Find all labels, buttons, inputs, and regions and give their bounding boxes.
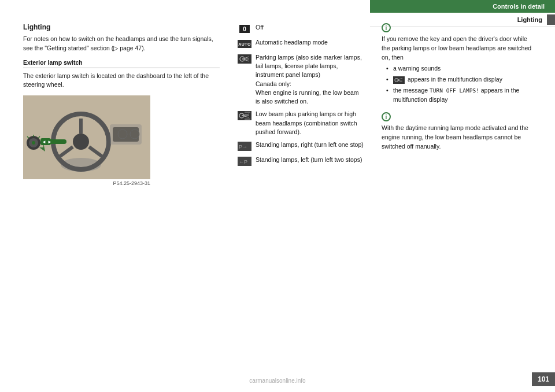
svg-point-13 [32,141,35,145]
icon-auto-box: AUTO [238,40,251,48]
icon-off: 0 [237,24,252,34]
controls-in-detail-label: Controls in detail [493,3,545,10]
bullet-turn-off-lamps: the message TURN OFF LAMPS! appears in t… [386,86,532,105]
main-content: Lighting For notes on how to switch on t… [23,23,532,369]
list-item: Parking lamps (also side marker lamps, t… [237,53,364,106]
svg-text:◄: ◄ [42,139,46,145]
list-item: ←P Standing lamps, left (turn left two s… [237,156,364,167]
icon-auto: AUTO [237,39,252,49]
exterior-lamp-desc: The exterior lamp switch is located on t… [23,72,220,90]
list-item: 0 Off [237,23,364,34]
info-intro-text: If you remove the key and open the drive… [382,35,532,62]
info-box-2: i With the daytime running lamp mode act… [382,112,532,151]
icon-low-beam [237,110,252,121]
page-container: Controls in detail Lighting Lighting For… [0,0,555,392]
icon-zero-box: 0 [239,25,250,33]
desc-parking: Parking lamps (also side marker lamps, t… [256,53,364,106]
bullet-warning-sounds: a warning sounds [386,64,532,73]
desc-standing-right: Standing lamps, right (turn left one sto… [256,140,364,149]
svg-text:P→: P→ [239,144,247,150]
section-title: Lighting [23,23,220,31]
icon-standing-left: ←P [237,156,252,167]
svg-point-3 [73,134,89,150]
list-item: Low beam plus parking lamps or high beam… [237,110,364,136]
info-icon-2: i [382,112,391,121]
svg-text:►: ► [47,139,52,145]
desc-lowbeam: Low beam plus parking lamps or high beam… [256,110,364,136]
middle-column: 0 Off AUTO Automatic headlamp mode [237,23,364,369]
desc-off: Off [256,23,364,32]
info-box2-text: With the daytime running lamp mode activ… [382,124,532,151]
exterior-lamp-switch-title: Exterior lamp switch [23,59,220,68]
controls-in-detail-bar: Controls in detail [370,0,555,13]
desc-standing-left: Standing lamps, left (turn left two stop… [256,156,364,164]
list-item: AUTO Automatic headlamp mode [237,38,364,49]
page-number: 101 [532,372,555,386]
exterior-lamp-image: ◄ ► [23,95,150,179]
info-bullet-list: a warning sounds appears in the multifun… [382,64,532,104]
watermark: carmanualsonline.info [249,378,305,384]
list-item: P→ Standing lamps, right (turn left one … [237,140,364,151]
bullet-icon-display: appears in the multifunction display [386,75,532,84]
icon-standing-right: P→ [237,141,252,151]
img-caption: P54.25-2943-31 [23,180,150,186]
lighting-header-box [547,14,555,25]
intro-text: For notes on how to switch on the headla… [23,35,220,53]
info-icon-1: i [382,23,391,32]
lighting-header-text: Lighting [517,16,542,23]
right-column: i If you remove the key and open the dri… [382,23,532,369]
desc-auto: Automatic headlamp mode [256,38,364,47]
icon-parking-lamps [237,54,252,64]
info-box-1: i If you remove the key and open the dri… [382,23,532,104]
left-column: Lighting For notes on how to switch on t… [23,23,220,369]
svg-text:←P: ←P [239,159,247,165]
